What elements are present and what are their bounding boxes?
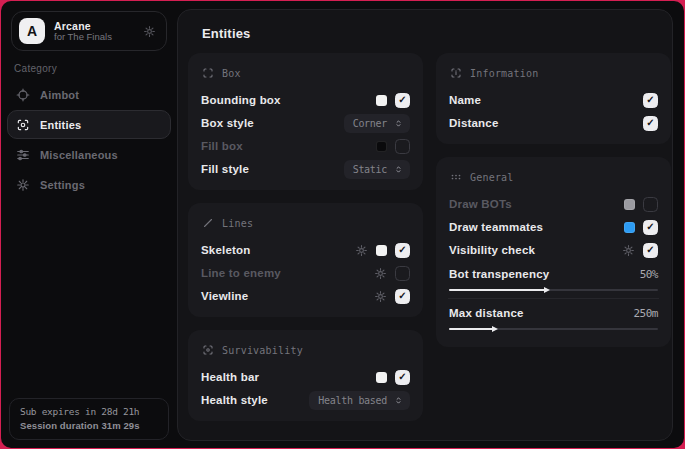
setting-label: Name: [449, 94, 643, 106]
viewline-checkbox[interactable]: ✓: [395, 289, 410, 304]
setting-row: Bounding box ✓: [200, 89, 411, 111]
lines-card: Lines Skeleton ✓ Line to enemy: [188, 203, 423, 317]
sidebar-item-miscellaneous[interactable]: Miscellaneous: [7, 140, 171, 169]
skeleton-color-swatch[interactable]: [376, 245, 387, 256]
sidebar: A Arcane for The Finals Category Aimbot: [1, 1, 177, 448]
slider-thumb[interactable]: [544, 287, 550, 293]
slider-value: 50%: [640, 268, 658, 281]
sidebar-item-settings[interactable]: Settings: [7, 170, 171, 199]
slider-fill: [449, 328, 493, 330]
draw-bots-color-swatch[interactable]: [624, 199, 635, 210]
brand-gear-icon[interactable]: [143, 25, 156, 38]
line-to-enemy-checkbox[interactable]: ✓: [395, 266, 410, 281]
visibility-check-options-gear-icon[interactable]: [622, 244, 635, 257]
skeleton-options-gear-icon[interactable]: [355, 244, 368, 257]
left-column: Box Bounding box ✓ Box style Corn: [188, 53, 423, 421]
bounding-box-checkbox[interactable]: ✓: [395, 93, 410, 108]
information-card: Information Name ✓ Distance ✓: [436, 53, 671, 144]
setting-label: Health bar: [201, 371, 376, 383]
sidebar-item-aimbot[interactable]: Aimbot: [7, 80, 171, 109]
health-bar-color-swatch[interactable]: [376, 372, 387, 383]
slider-value: 250m: [634, 307, 659, 320]
setting-row: Distance ✓: [448, 112, 659, 134]
max-distance-slider[interactable]: [449, 328, 658, 330]
setting-row: Fill style Static: [200, 158, 411, 180]
sidebar-item-label: Aimbot: [40, 89, 79, 101]
skeleton-checkbox[interactable]: ✓: [395, 243, 410, 258]
sidebar-item-entities[interactable]: Entities: [7, 110, 171, 139]
right-column: Information Name ✓ Distance ✓: [436, 53, 671, 347]
fill-box-checkbox[interactable]: ✓: [395, 139, 410, 154]
card-title: General: [470, 172, 514, 183]
draw-bots-checkbox[interactable]: ✓: [643, 197, 658, 212]
crosshair-icon: [16, 88, 30, 102]
lines-card-header: Lines: [202, 217, 409, 229]
health-bar-checkbox[interactable]: ✓: [395, 370, 410, 385]
main-panel: Entities Box Bounding box: [177, 9, 673, 441]
setting-label: Bounding box: [201, 94, 376, 106]
subscription-box: Sub expires in 28d 21h Session duration …: [9, 398, 169, 440]
setting-label: Draw BOTs: [449, 198, 624, 210]
survivability-card-header: Survivability: [202, 344, 409, 356]
sidebar-nav: Aimbot Entities Miscellaneous Settings: [1, 80, 177, 199]
draw-teammates-color-swatch[interactable]: [624, 222, 635, 233]
grid-dots-icon: [450, 171, 462, 183]
chevrons-up-down-icon: [394, 119, 403, 128]
setting-label: Line to enemy: [201, 267, 374, 279]
app-window: A Arcane for The Finals Category Aimbot: [1, 1, 684, 448]
sidebar-item-label: Miscellaneous: [40, 149, 118, 161]
general-card-header: General: [450, 171, 657, 183]
setting-row: Fill box ✓: [200, 135, 411, 157]
health-style-dropdown[interactable]: Health based: [309, 391, 410, 410]
slider-label: Bot transpenency: [449, 268, 640, 280]
brand-card: A Arcane for The Finals: [11, 11, 167, 51]
slider-label: Max distance: [449, 307, 634, 319]
chevrons-up-down-icon: [394, 165, 403, 174]
line-icon: [202, 217, 214, 229]
box-card: Box Bounding box ✓ Box style Corn: [188, 53, 423, 190]
box-card-header: Box: [202, 67, 409, 79]
check-icon: ✓: [646, 118, 654, 128]
scan-icon: [16, 118, 30, 132]
brand-text: Arcane for The Finals: [54, 20, 134, 43]
card-title: Box: [222, 68, 241, 79]
slider-fill: [449, 289, 545, 291]
visibility-check-checkbox[interactable]: ✓: [643, 243, 658, 258]
card-title: Survivability: [222, 345, 303, 356]
brand-subtitle: for The Finals: [54, 32, 134, 43]
brackets-icon: [202, 67, 214, 79]
setting-row: Health bar ✓: [200, 366, 411, 388]
card-title: Lines: [222, 218, 253, 229]
name-checkbox[interactable]: ✓: [643, 93, 658, 108]
setting-row: Health style Health based: [200, 389, 411, 411]
slider-thumb[interactable]: [492, 326, 498, 332]
check-icon: ✓: [646, 245, 654, 255]
setting-label: Skeleton: [201, 244, 355, 256]
check-icon: ✓: [398, 95, 406, 105]
bounding-box-color-swatch[interactable]: [376, 95, 387, 106]
line-to-enemy-options-gear-icon[interactable]: [374, 267, 387, 280]
dropdown-value: Static: [353, 164, 387, 175]
setting-row: Draw BOTs ✓: [448, 193, 659, 215]
setting-row: Box style Corner: [200, 112, 411, 134]
setting-row: Skeleton ✓: [200, 239, 411, 261]
distance-checkbox[interactable]: ✓: [643, 116, 658, 131]
draw-teammates-checkbox[interactable]: ✓: [643, 220, 658, 235]
setting-label: Visibility check: [449, 244, 622, 256]
fill-box-color-swatch[interactable]: [376, 141, 387, 152]
subscription-expiry: Sub expires in 28d 21h: [20, 406, 158, 417]
setting-label: Fill style: [201, 163, 344, 175]
fill-style-dropdown[interactable]: Static: [344, 160, 410, 179]
viewline-options-gear-icon[interactable]: [374, 290, 387, 303]
box-style-dropdown[interactable]: Corner: [344, 114, 410, 133]
scan-target-icon: [202, 344, 214, 356]
survivability-card: Survivability Health bar ✓ Health style: [188, 330, 423, 421]
check-icon: ✓: [398, 245, 406, 255]
sliders-icon: [16, 148, 30, 162]
bot-transparency-slider[interactable]: [449, 289, 658, 291]
setting-row: Draw teammates ✓: [448, 216, 659, 238]
brand-logo: A: [19, 18, 45, 44]
check-icon: ✓: [646, 95, 654, 105]
gear-icon: [16, 178, 30, 192]
dropdown-value: Corner: [353, 118, 387, 129]
